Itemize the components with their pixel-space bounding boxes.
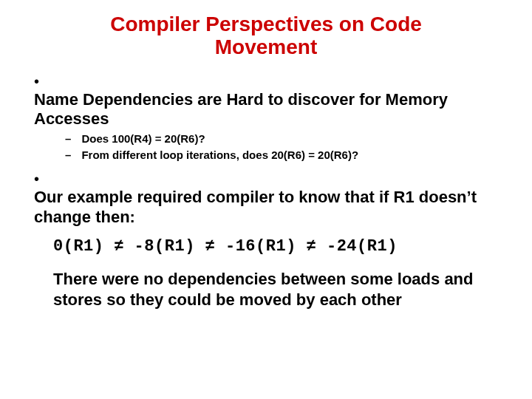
sub-bullet-text: From different loop iterations, does 20(… — [81, 148, 510, 163]
bullet-level1: • Our example required compiler to know … — [34, 170, 511, 227]
bullet-level2: – From different loop iterations, does 2… — [65, 148, 511, 163]
closing-paragraph: There were no dependencies between some … — [53, 269, 519, 310]
bullet-icon: • — [34, 170, 50, 188]
slide: Compiler Perspectives on Code Movement •… — [0, 0, 532, 399]
sub-bullet-group: – Does 100(R4) = 20(R6)? – From differen… — [65, 132, 511, 163]
bullet-icon: • — [34, 72, 50, 90]
bullet-text: Name Dependencies are Hard to discover f… — [34, 90, 492, 129]
slide-title: Compiler Perspectives on Code Movement — [74, 13, 458, 59]
bullet-text: Our example required compiler to know th… — [34, 188, 492, 227]
bullet-level2: – Does 100(R4) = 20(R6)? — [65, 132, 511, 146]
sub-bullet-text: Does 100(R4) = 20(R6)? — [81, 132, 510, 146]
bullet-level1: • Name Dependencies are Hard to discover… — [34, 72, 511, 129]
dash-icon: – — [65, 148, 78, 163]
dash-icon: – — [65, 132, 78, 146]
mono-expression: 0(R1) ≠ -8(R1) ≠ -16(R1) ≠ -24(R1) — [53, 237, 511, 256]
